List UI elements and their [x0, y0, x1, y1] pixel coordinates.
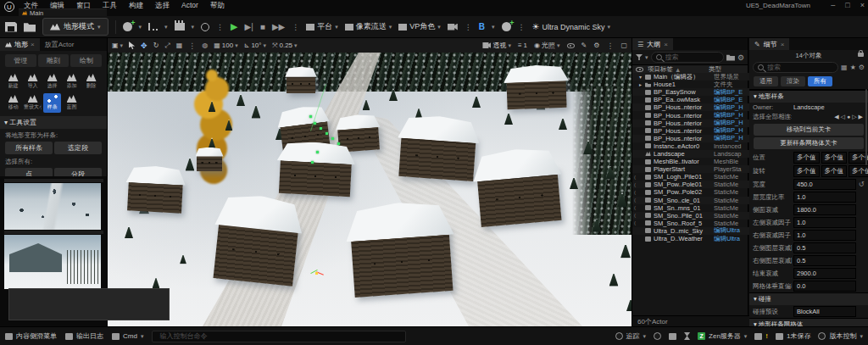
trace-dropdown[interactable]: 追踪 ▾ [615, 331, 647, 341]
simulate-icon[interactable] [201, 23, 209, 31]
more-options-icon[interactable]: ⋮ [188, 42, 196, 50]
update-spline-meshes-button[interactable]: 更新样条网格体关卡 [754, 137, 864, 149]
content-drawer-button[interactable]: 内容侧滑菜单 [5, 331, 57, 341]
network-status[interactable]: ! [754, 332, 768, 340]
close-button[interactable]: × [860, 1, 865, 9]
select-tool-icon[interactable] [129, 42, 135, 49]
new-folder-icon[interactable] [726, 54, 735, 61]
minimize-button[interactable]: – [831, 1, 835, 9]
property-values[interactable]: 1800.0 [793, 204, 856, 215]
property-row[interactable]: 右侧衰减因子 1.0 [749, 229, 868, 242]
favorites-star-icon[interactable]: ★ [850, 64, 856, 71]
angle-snap-control[interactable]: ⊾ 10° ▾ [244, 42, 266, 49]
property-row[interactable]: 位置 多个值多个值多个值 ↺ [749, 151, 868, 164]
output-log-button[interactable]: 输出日志 [65, 331, 103, 341]
menu-item[interactable]: Actor [181, 1, 198, 11]
property-row[interactable]: 右侧图层衰减因子 0.5 [749, 254, 868, 267]
property-values[interactable]: 1.0 [793, 217, 856, 228]
more-options-icon[interactable]: ⋮ [518, 23, 526, 31]
close-icon[interactable]: × [664, 41, 668, 48]
add-actor-icon[interactable] [123, 22, 132, 31]
console-input-box[interactable] [152, 331, 406, 342]
editor-mode-dropdown[interactable]: 地形模式 ▾ [42, 18, 108, 36]
outliner-search[interactable] [651, 52, 724, 63]
maximize-button[interactable]: □ [845, 1, 849, 9]
sky-dropdown[interactable]: ☀ Ultra Dynamic Sky ▾ [532, 22, 611, 31]
collision-preset-value[interactable]: BlockAll [793, 306, 856, 317]
collision-preset-row[interactable]: 碰撞预设 BlockAll [749, 305, 868, 318]
landscape-tool[interactable]: 移动 [4, 93, 22, 113]
property-values[interactable]: 0.5 [793, 255, 856, 266]
tab-outliner[interactable]: ☰ 大纲 × [632, 38, 673, 50]
skip-button[interactable]: ▶▶ [272, 22, 285, 31]
viewport-scene[interactable] [108, 53, 632, 326]
filter-icon[interactable] [636, 54, 643, 60]
play-button[interactable]: ▶ [231, 21, 237, 32]
grid-icon[interactable]: ▦ [176, 42, 183, 49]
outliner-settings-icon[interactable]: ⚙ [737, 53, 744, 62]
close-icon[interactable]: × [781, 41, 785, 48]
tool-settings-header[interactable]: ▾ 工具设置 [0, 116, 107, 129]
selected-segment-button[interactable]: 选定段 [54, 142, 102, 154]
property-values[interactable]: 0.0 [793, 281, 856, 292]
grid-snap-control[interactable]: ▦ 100 ▾ [214, 42, 237, 49]
scale-snap-control[interactable]: ⤧ 0.25 ▾ [272, 42, 298, 50]
display-filter-icon[interactable]: ▦ [841, 64, 848, 71]
settings-gear-icon[interactable]: ⚙ [593, 42, 599, 49]
all-splines-button[interactable]: 所有样条 [5, 142, 53, 154]
property-row[interactable]: 侧面衰减 1800.0 [749, 203, 868, 216]
blueprint-debug-dropdown[interactable]: B [479, 22, 485, 31]
menu-item[interactable]: 构建 [129, 1, 143, 11]
zen-server-dropdown[interactable]: Z Zen服务器 ▾ [698, 331, 747, 341]
landscape-tool[interactable]: 导入 [24, 72, 42, 92]
more-options-icon[interactable]: ⋮ [606, 42, 614, 50]
expand-arrow-icon[interactable]: ▸ [639, 81, 645, 87]
property-row[interactable]: 旋转 多个值多个值多个值 ↺ [749, 164, 868, 178]
details-search[interactable] [753, 62, 838, 73]
tab-place-actor[interactable]: 放置Actor [40, 38, 80, 51]
outliner-row[interactable]: ( SM_Sno..Pile_01 StaticMe [632, 212, 749, 220]
landscape-tool[interactable]: 添加 [63, 72, 81, 92]
screenshot-icon[interactable] [669, 333, 676, 340]
reset-to-default-icon[interactable]: ↺ [858, 181, 865, 188]
property-row[interactable]: 左侧图层衰减因子 0.5 [749, 242, 868, 254]
scale-tool-icon[interactable]: ⤢ [164, 42, 170, 50]
landscape-tool[interactable]: 蓝图 [63, 93, 81, 113]
tab-landscape[interactable]: 地形 × [0, 38, 40, 51]
more-options-icon[interactable]: ⋮ [465, 23, 472, 31]
landscape-tool[interactable]: 重设大小 [24, 93, 42, 113]
vp-role-dropdown[interactable]: VP角色 ▾ [398, 21, 441, 32]
property-row[interactable]: 宽度 450.0 ↺ [749, 178, 868, 191]
viewport-tool-dropdown-icon[interactable]: ▣ [112, 42, 119, 49]
content-browser-icon[interactable] [24, 22, 36, 32]
transform-gizmo[interactable] [311, 268, 323, 280]
perspective-dropdown[interactable]: 透视 ▾ [482, 41, 511, 50]
move-tool-icon[interactable]: ✥ [141, 42, 147, 50]
landscape-tool[interactable]: 样条 [43, 93, 61, 113]
outliner-search-input[interactable] [665, 53, 719, 61]
move-to-level-button[interactable]: 移动到当前关卡 [754, 124, 864, 136]
rotate-tool-icon[interactable]: ↻ [153, 42, 159, 49]
property-row[interactable]: 结束衰减 2900.0 [749, 267, 868, 280]
platform-dropdown[interactable]: 平台 ▾ [306, 21, 338, 32]
viewport[interactable]: ▣ ▾ ✥ ↻ ⤢ ▦ ⋮ ◍ ▦ 100 ▾ ⊾ 10° ▾ ⤧ 0.25 [108, 38, 632, 326]
outliner-row[interactable]: PlayerStart PlayerSta [632, 165, 749, 173]
outliner-row[interactable]: BP_Hous..nterior 编辑BP_H [632, 135, 749, 142]
close-icon[interactable]: × [31, 41, 35, 48]
reference-photo-house[interactable] [4, 235, 101, 289]
select-connected-arrows[interactable]: ◀◁●▷▶ [793, 114, 865, 120]
menu-item[interactable]: 选择 [155, 1, 170, 11]
console-input[interactable] [158, 331, 400, 341]
menu-item[interactable]: 帮助 [210, 1, 225, 11]
camera-speed-control[interactable]: ≡ 1 [518, 42, 527, 49]
details-search-input[interactable] [767, 64, 833, 71]
section-collision[interactable]: ▾ 碰撞 [749, 292, 868, 305]
outliner-row[interactable]: ( SM_Logh..Pile01 StaticMe [632, 173, 749, 181]
stop-button[interactable]: ■ [260, 22, 265, 31]
property-row[interactable]: 网格体垂直偏移 0.0 [749, 280, 868, 292]
pixel-streaming-dropdown[interactable]: 像素流送 ▾ [345, 21, 392, 32]
lock-icon[interactable] [858, 53, 864, 57]
outliner-row[interactable]: ( SM_Pow..Pole01 StaticMe [632, 181, 749, 188]
outliner-row[interactable]: ( SM_Sno..cle_01 StaticMe [632, 197, 749, 204]
step-frame-button[interactable]: ▶| [245, 22, 253, 31]
